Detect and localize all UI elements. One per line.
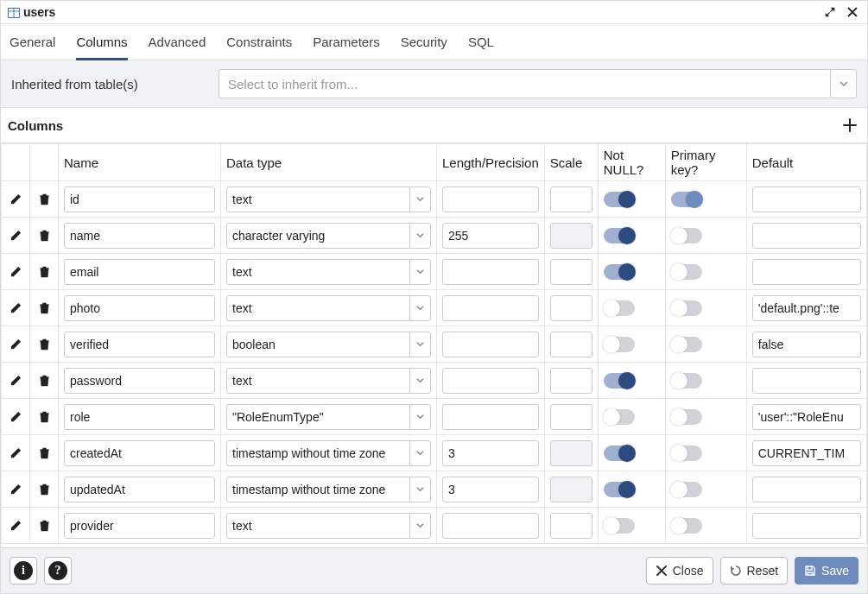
column-name-input[interactable] xyxy=(64,368,215,394)
toggle[interactable] xyxy=(671,409,702,425)
chevron-down-icon[interactable] xyxy=(409,514,430,538)
data-type-select[interactable]: boolean xyxy=(226,332,431,357)
edit-icon[interactable] xyxy=(7,408,24,425)
toggle[interactable] xyxy=(671,446,702,461)
toggle[interactable] xyxy=(671,192,702,207)
edit-icon[interactable] xyxy=(7,262,24,280)
close-button[interactable]: Close xyxy=(646,557,713,585)
data-type-select[interactable]: text xyxy=(226,186,431,212)
toggle[interactable] xyxy=(604,482,635,497)
toggle[interactable] xyxy=(604,409,635,425)
chevron-down-icon[interactable] xyxy=(830,70,856,98)
trash-icon[interactable] xyxy=(35,444,53,461)
column-name-input[interactable] xyxy=(64,477,215,502)
default-input[interactable] xyxy=(752,332,861,357)
chevron-down-icon[interactable] xyxy=(409,296,430,320)
edit-icon[interactable] xyxy=(7,335,24,352)
length-input[interactable] xyxy=(442,295,539,321)
toggle[interactable] xyxy=(604,264,635,280)
trash-icon[interactable] xyxy=(35,190,53,207)
tab-security[interactable]: Security xyxy=(401,29,447,60)
chevron-down-icon[interactable] xyxy=(409,187,430,212)
trash-icon[interactable] xyxy=(35,226,53,243)
info-button[interactable]: i xyxy=(10,557,37,585)
close-icon[interactable] xyxy=(845,4,860,20)
edit-icon[interactable] xyxy=(7,190,24,207)
toggle[interactable] xyxy=(604,228,635,243)
add-column-button[interactable] xyxy=(839,115,860,136)
tab-parameters[interactable]: Parameters xyxy=(313,29,380,60)
column-name-input[interactable] xyxy=(64,513,215,539)
save-button[interactable]: Save xyxy=(795,557,858,585)
help-button[interactable]: ? xyxy=(44,557,72,585)
default-input[interactable] xyxy=(752,368,861,394)
trash-icon[interactable] xyxy=(35,408,53,425)
tab-constraints[interactable]: Constraints xyxy=(226,29,292,60)
length-input[interactable] xyxy=(442,368,539,394)
default-input[interactable] xyxy=(752,223,861,249)
length-input[interactable] xyxy=(442,332,539,357)
edit-icon[interactable] xyxy=(7,480,24,497)
default-input[interactable] xyxy=(752,440,861,466)
length-input[interactable] xyxy=(442,513,539,539)
tab-columns[interactable]: Columns xyxy=(76,29,127,60)
data-type-select[interactable]: text xyxy=(226,295,431,321)
chevron-down-icon[interactable] xyxy=(409,332,430,357)
toggle[interactable] xyxy=(671,228,702,243)
data-type-select[interactable]: "RoleEnumType" xyxy=(226,404,431,430)
data-type-select[interactable]: character varying xyxy=(226,223,431,249)
toggle[interactable] xyxy=(671,482,702,497)
default-input[interactable] xyxy=(752,513,861,539)
tab-advanced[interactable]: Advanced xyxy=(149,29,206,60)
length-input[interactable] xyxy=(442,259,539,285)
data-type-select[interactable]: text xyxy=(226,259,431,285)
scale-input[interactable] xyxy=(550,186,592,212)
scale-input[interactable] xyxy=(550,404,592,430)
chevron-down-icon[interactable] xyxy=(409,224,430,248)
length-input[interactable] xyxy=(442,223,539,249)
default-input[interactable] xyxy=(752,259,861,285)
toggle[interactable] xyxy=(671,518,702,534)
scale-input[interactable] xyxy=(550,259,592,285)
column-name-input[interactable] xyxy=(64,332,215,357)
edit-icon[interactable] xyxy=(7,444,24,461)
column-name-input[interactable] xyxy=(64,295,215,321)
reset-button[interactable]: Reset xyxy=(720,557,789,585)
tab-sql[interactable]: SQL xyxy=(468,29,494,60)
toggle[interactable] xyxy=(671,300,702,316)
length-input[interactable] xyxy=(442,440,539,466)
trash-icon[interactable] xyxy=(35,516,53,534)
scale-input[interactable] xyxy=(550,295,592,321)
toggle[interactable] xyxy=(671,337,702,352)
column-name-input[interactable] xyxy=(64,404,215,430)
length-input[interactable] xyxy=(442,404,539,430)
chevron-down-icon[interactable] xyxy=(409,477,430,502)
toggle[interactable] xyxy=(604,518,635,534)
length-input[interactable] xyxy=(442,477,539,502)
toggle[interactable] xyxy=(604,337,635,352)
data-type-select[interactable]: timestamp without time zone xyxy=(226,440,431,466)
column-name-input[interactable] xyxy=(64,223,215,249)
toggle[interactable] xyxy=(604,300,635,316)
default-input[interactable] xyxy=(752,295,861,321)
trash-icon[interactable] xyxy=(35,299,53,316)
default-input[interactable] xyxy=(752,404,861,430)
column-name-input[interactable] xyxy=(64,440,215,466)
column-name-input[interactable] xyxy=(64,259,215,285)
default-input[interactable] xyxy=(752,477,861,502)
edit-icon[interactable] xyxy=(7,299,24,316)
expand-icon[interactable] xyxy=(822,4,838,20)
chevron-down-icon[interactable] xyxy=(409,441,430,465)
chevron-down-icon[interactable] xyxy=(409,260,430,284)
trash-icon[interactable] xyxy=(35,371,53,389)
scale-input[interactable] xyxy=(550,332,592,357)
toggle[interactable] xyxy=(604,373,635,389)
data-type-select[interactable]: text xyxy=(226,513,431,539)
scale-input[interactable] xyxy=(550,368,592,394)
data-type-select[interactable]: text xyxy=(226,368,431,394)
toggle[interactable] xyxy=(604,446,635,461)
trash-icon[interactable] xyxy=(35,335,53,352)
edit-icon[interactable] xyxy=(7,516,24,534)
tab-general[interactable]: General xyxy=(10,29,55,60)
default-input[interactable] xyxy=(752,186,861,212)
